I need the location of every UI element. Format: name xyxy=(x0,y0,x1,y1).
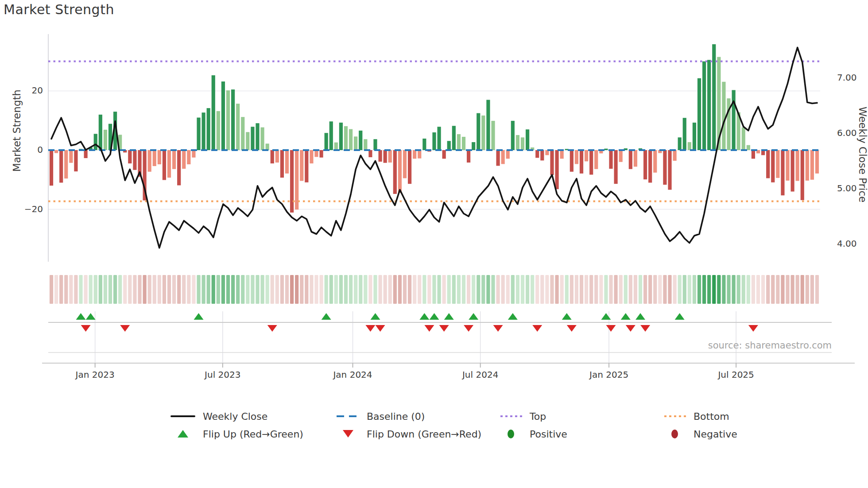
heatmap-cell xyxy=(442,275,446,304)
strength-bar xyxy=(64,150,68,178)
heatmap-cell xyxy=(221,275,225,304)
heatmap-cell xyxy=(54,275,58,304)
heatmap-cell xyxy=(266,275,269,304)
legend-label-weekly-close: Weekly Close xyxy=(203,411,267,422)
strength-bar xyxy=(472,142,475,150)
negative-dot-icon xyxy=(671,430,678,438)
heatmap-cell xyxy=(511,275,515,304)
heatmap-cell xyxy=(521,275,524,304)
strength-bar xyxy=(251,127,254,150)
strength-bar xyxy=(153,150,156,166)
strength-bar xyxy=(442,150,446,159)
y-tick-label: 20 xyxy=(16,85,43,96)
heatmap-cell xyxy=(163,275,166,304)
heatmap-cell xyxy=(398,275,402,304)
strength-bar xyxy=(241,117,244,150)
heatmap-cell xyxy=(801,275,804,304)
heatmap-cell xyxy=(742,275,745,304)
heatmap-cell xyxy=(648,275,652,304)
heatmap-cell xyxy=(413,275,416,304)
strength-bar xyxy=(511,121,515,150)
strength-bar xyxy=(629,150,632,169)
strength-bar xyxy=(172,150,176,169)
heatmap-cell xyxy=(604,275,608,304)
heatmap-cell xyxy=(752,275,755,304)
strength-bar xyxy=(378,150,382,162)
strength-bar xyxy=(796,150,799,181)
strength-bar xyxy=(501,150,505,164)
heatmap-cell xyxy=(707,275,711,304)
strength-bar xyxy=(477,113,480,151)
heatmap-cell xyxy=(271,275,274,304)
heatmap-cell xyxy=(59,275,63,304)
strength-bar xyxy=(540,150,544,160)
flip-down-marker xyxy=(464,325,473,332)
strength-bar xyxy=(481,116,485,150)
strength-bar xyxy=(236,104,240,150)
heatmap-cell xyxy=(712,275,716,304)
heatmap-cell xyxy=(295,275,298,304)
heatmap-cell xyxy=(540,275,544,304)
strength-bar xyxy=(148,150,151,172)
strength-bar xyxy=(506,150,510,159)
heatmap-cell xyxy=(217,275,220,304)
heatmap-cell xyxy=(403,275,407,304)
heatmap-cell xyxy=(192,275,195,304)
strength-bar xyxy=(462,137,465,150)
flip-down-marker xyxy=(81,325,91,332)
heatmap-cell xyxy=(231,275,235,304)
heatmap-cell xyxy=(683,275,686,304)
heatmap-cell xyxy=(384,275,387,304)
strength-bar xyxy=(619,150,623,162)
heatmap-cell xyxy=(481,275,485,304)
heatmap-cell xyxy=(570,275,574,304)
strength-bar xyxy=(305,150,308,182)
heatmap-cell xyxy=(806,275,809,304)
heatmap-cell xyxy=(688,275,691,304)
heatmap-cell xyxy=(177,275,181,304)
strength-bar xyxy=(707,60,711,150)
heatmap-cell xyxy=(702,275,706,304)
heatmap-cell xyxy=(89,275,93,304)
heatmap-cell xyxy=(418,275,421,304)
flip-down-marker xyxy=(424,325,434,332)
strength-bar xyxy=(231,89,235,150)
strength-bar xyxy=(221,81,225,150)
strength-bar xyxy=(815,150,819,174)
heatmap-strip xyxy=(50,275,819,304)
strength-bar xyxy=(187,150,190,164)
strength-bar xyxy=(550,150,554,175)
x-tick-label: Jan 2024 xyxy=(326,369,380,380)
strength-bar xyxy=(373,139,377,150)
heatmap-cell xyxy=(108,275,112,304)
heatmap-cell xyxy=(698,275,701,304)
heatmap-cell xyxy=(422,275,426,304)
marker-band xyxy=(48,311,832,363)
strength-bar xyxy=(560,150,564,159)
strength-bar xyxy=(84,150,87,158)
heatmap-cell xyxy=(491,275,495,304)
heatmap-cell xyxy=(285,275,289,304)
heatmap-cell xyxy=(226,275,230,304)
flip-up-markers xyxy=(76,313,685,320)
strength-bar xyxy=(594,150,598,169)
heatmap-cell xyxy=(580,275,583,304)
strength-bar xyxy=(575,150,578,164)
flip-down-marker xyxy=(640,325,650,332)
heatmap-cell xyxy=(187,275,190,304)
strength-bar xyxy=(422,139,426,150)
heatmap-cell xyxy=(118,275,122,304)
strength-bar xyxy=(432,132,436,150)
strength-bar xyxy=(226,90,230,150)
strength-bar xyxy=(688,142,691,150)
heatmap-cell xyxy=(329,275,333,304)
heatmap-cell xyxy=(790,275,794,304)
x-axis xyxy=(42,363,855,368)
flip-up-marker xyxy=(322,313,331,320)
heatmap-cell xyxy=(305,275,308,304)
x-tick-label: Jul 2024 xyxy=(454,369,507,380)
heatmap-cell xyxy=(594,275,598,304)
heatmap-cell xyxy=(589,275,593,304)
heatmap-cell xyxy=(202,275,205,304)
heatmap-cell xyxy=(74,275,78,304)
